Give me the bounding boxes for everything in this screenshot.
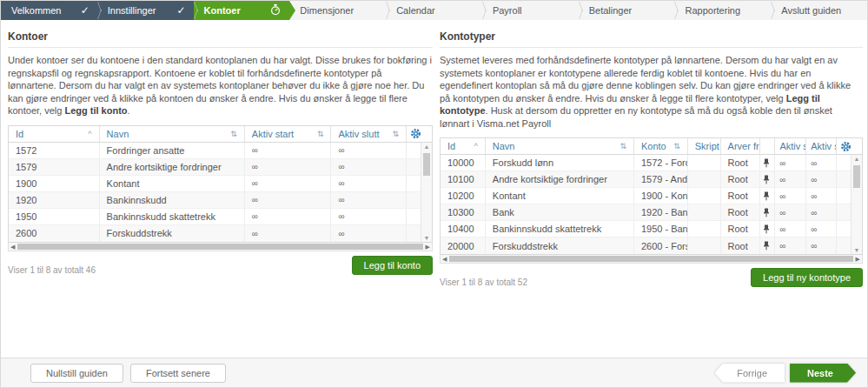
- tab-label: Kontoer: [204, 5, 241, 16]
- reset-guide-button[interactable]: Nullstill guiden: [30, 364, 123, 383]
- cell-navn: Andre kortsiktige fordringer: [486, 171, 634, 187]
- tab-label: Innstillinger: [108, 5, 156, 16]
- vertical-scrollbar[interactable]: ▲ ▼: [421, 143, 432, 242]
- cell-id: 10300: [441, 204, 486, 220]
- scroll-right-icon[interactable]: ▶: [426, 243, 430, 251]
- sort-icon[interactable]: ⇅: [230, 130, 237, 138]
- cell-navn: Bank: [486, 204, 634, 220]
- cell-navn: Forskudd lønn: [486, 155, 634, 171]
- cell-aktiv-slutt: ∞: [331, 176, 407, 191]
- sort-icon[interactable]: ⇅: [393, 130, 400, 138]
- table-settings-gear-icon[interactable]: [407, 126, 432, 142]
- cell-skript: [688, 237, 721, 254]
- column-header-konto[interactable]: Konto⇅: [634, 138, 688, 154]
- table-row[interactable]: 10000 Forskudd lønn 1572 - Fordri... Roo…: [441, 155, 862, 171]
- tab-velkommen[interactable]: Velkommen ✓: [1, 1, 97, 20]
- column-header-id[interactable]: Id^: [9, 126, 100, 142]
- scroll-down-icon[interactable]: ▼: [851, 246, 862, 254]
- tab-label: Velkommen: [11, 5, 61, 16]
- row-count-summary: Viser 1 til 8 av totalt 46: [8, 265, 96, 275]
- column-header-aktiv-slutt[interactable]: Aktiv slutt⇅: [331, 126, 407, 142]
- scroll-right-icon[interactable]: ▶: [856, 255, 860, 263]
- continue-later-button[interactable]: Fortsett senere: [130, 364, 226, 383]
- column-header-navn[interactable]: Navn⇅: [486, 138, 634, 154]
- cell-konto: 2600 - Forsku...: [634, 237, 688, 254]
- scroll-up-icon[interactable]: ▲: [421, 143, 432, 151]
- sort-asc-icon[interactable]: ^: [88, 130, 91, 138]
- column-header-pin: [760, 138, 775, 154]
- table-row[interactable]: 10100 Andre kortsiktige fordringer 1579 …: [441, 171, 862, 188]
- tab-betalinger[interactable]: Betalinger: [579, 1, 675, 20]
- scroll-down-icon[interactable]: ▼: [421, 234, 432, 242]
- previous-button[interactable]: Forrige: [714, 364, 785, 383]
- pin-icon: [760, 155, 775, 171]
- tab-separator: [771, 2, 777, 19]
- sort-asc-icon[interactable]: ^: [474, 142, 478, 151]
- cell-arver-fra: Root: [721, 155, 761, 171]
- table-row[interactable]: 2600 Forskuddstrekk ∞ ∞: [9, 225, 432, 242]
- tab-dimensjoner[interactable]: Dimensjoner: [289, 1, 386, 20]
- column-header-arver-fra[interactable]: Arver fra⇅: [721, 138, 761, 154]
- pin-icon: [760, 221, 775, 237]
- column-header-navn[interactable]: Navn⇅: [100, 126, 245, 142]
- scrollbar-thumb[interactable]: [17, 244, 423, 250]
- stopwatch-icon: [269, 3, 282, 17]
- account-types-table-body: 10000 Forskudd lønn 1572 - Fordri... Roo…: [441, 155, 862, 254]
- tab-payroll[interactable]: Payroll: [482, 1, 579, 20]
- column-header-skript[interactable]: Skript⇅: [688, 138, 721, 154]
- cell-aktiv-start: ∞: [775, 188, 806, 204]
- cell-skript: [688, 221, 721, 237]
- sort-icon[interactable]: ⇅: [673, 142, 680, 151]
- scrollbar-thumb[interactable]: [423, 153, 430, 176]
- scrollbar-thumb[interactable]: [449, 256, 853, 262]
- tab-innstillinger[interactable]: Innstillinger ✓: [97, 1, 194, 20]
- cell-aktiv-start: ∞: [245, 143, 332, 158]
- table-row[interactable]: 1920 Bankinnskudd ∞ ∞: [9, 192, 432, 209]
- next-button[interactable]: Neste: [790, 364, 856, 383]
- column-header-aktiv-start[interactable]: Aktiv start⇅: [245, 126, 332, 142]
- table-row[interactable]: 10400 Bankinnskudd skattetrekk 1950 - Ba…: [441, 221, 862, 237]
- tab-separator: [97, 2, 103, 19]
- add-account-type-button[interactable]: Legg til ny kontotype: [751, 268, 863, 287]
- add-account-button[interactable]: Legg til konto: [352, 256, 433, 275]
- cell-konto: 1900 - Kontant: [634, 188, 688, 204]
- cell-aktiv-slutt: ∞: [806, 171, 837, 187]
- description-bold-text: Legg til konto: [64, 105, 127, 116]
- table-settings-gear-icon[interactable]: [837, 138, 862, 154]
- cell-aktiv-start: ∞: [245, 159, 332, 175]
- column-header-aktiv-start[interactable]: Aktiv st...⇅: [775, 138, 806, 154]
- tab-calendar[interactable]: Calendar: [386, 1, 482, 20]
- cell-aktiv-start: ∞: [245, 225, 332, 242]
- cell-aktiv-start: ∞: [775, 221, 806, 237]
- cell-id: 1900: [9, 176, 100, 191]
- tab-kontoer[interactable]: Kontoer: [194, 1, 290, 20]
- column-header-id[interactable]: Id^: [441, 138, 486, 154]
- description-suffix: . Husk at dersom du oppretter en ny kont…: [440, 105, 832, 129]
- tab-rapportering[interactable]: Rapportering: [674, 1, 771, 20]
- sort-icon[interactable]: ⇅: [317, 130, 324, 138]
- column-header-aktiv-slutt[interactable]: Aktiv sl...⇅: [806, 138, 837, 154]
- table-row[interactable]: 1579 Andre kortsiktige fordringer ∞ ∞: [9, 159, 432, 176]
- scroll-up-icon[interactable]: ▲: [851, 155, 862, 163]
- cell-aktiv-slutt: ∞: [331, 192, 407, 208]
- horizontal-scrollbar[interactable]: ◀ ▶: [440, 255, 863, 264]
- table-row[interactable]: 1572 Fordringer ansatte ∞ ∞: [9, 143, 432, 159]
- vertical-scrollbar[interactable]: ▲ ▼: [851, 155, 862, 254]
- scrollbar-thumb[interactable]: [853, 165, 860, 188]
- table-row[interactable]: 10200 Kontant 1900 - Kontant Root ∞ ∞: [441, 188, 862, 204]
- scroll-left-icon[interactable]: ◀: [442, 255, 447, 263]
- table-row[interactable]: 10300 Bank 1920 - Bankin... Root ∞ ∞: [441, 204, 862, 221]
- sort-icon[interactable]: ⇅: [620, 142, 626, 151]
- table-row[interactable]: 1900 Kontant ∞ ∞: [9, 176, 432, 192]
- horizontal-scrollbar[interactable]: ◀ ▶: [8, 243, 433, 251]
- cell-aktiv-start: ∞: [245, 192, 332, 208]
- cell-id: 1920: [9, 192, 100, 208]
- cell-arver-fra: Root: [721, 221, 761, 237]
- table-row[interactable]: 20000 Forskuddstrekk 2600 - Forsku... Ro…: [441, 237, 862, 254]
- account-types-table-footer: Viser 1 til 8 av totalt 52 Legg til ny k…: [440, 268, 863, 287]
- table-row[interactable]: 1950 Bankinnskudd skattetrekk ∞ ∞: [9, 209, 432, 225]
- cell-aktiv-slutt: ∞: [806, 155, 837, 171]
- scroll-left-icon[interactable]: ◀: [10, 243, 15, 251]
- tab-avslutt-guiden[interactable]: Avslutt guiden: [771, 1, 867, 20]
- accounts-table-footer: Viser 1 til 8 av totalt 46 Legg til kont…: [8, 256, 433, 275]
